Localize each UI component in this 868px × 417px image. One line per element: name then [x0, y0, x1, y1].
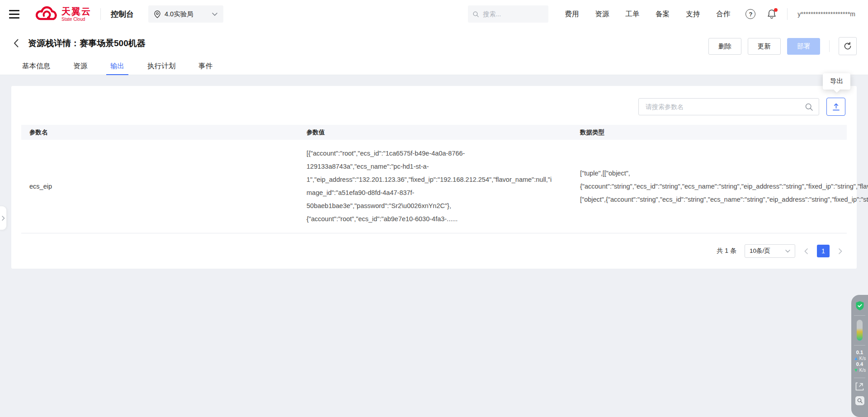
page-title: 资源栈详情：赛事场景500机器 — [28, 38, 146, 49]
upload-speed-unit: K/s — [859, 355, 866, 361]
refresh-button[interactable] — [839, 37, 857, 55]
upload-speed-value: 0.1 — [856, 350, 863, 355]
divider — [100, 8, 101, 20]
prev-page-button[interactable] — [801, 245, 811, 257]
nav-link-coop[interactable]: 合作 — [716, 9, 730, 19]
security-shield-icon[interactable] — [855, 301, 864, 311]
table-row: ecs_eip [{"account":"root","ecs_id":"1ca… — [21, 140, 847, 233]
tab-events[interactable]: 事件 — [194, 57, 217, 75]
chevron-down-icon — [785, 250, 790, 253]
brand-logo[interactable]: 天翼云 State Cloud — [36, 6, 91, 22]
console-label: 控制台 — [111, 9, 134, 19]
update-button[interactable]: 更新 — [748, 38, 781, 55]
col-header-param-name: 参数名 — [21, 128, 298, 137]
brand-subtitle: State Cloud — [61, 17, 91, 22]
arrow-up-icon: ▲ — [854, 355, 859, 361]
nav-link-tickets[interactable]: 工单 — [625, 9, 639, 19]
cell-param-value: [{"account":"root","ecs_id":"1ca6575f-b4… — [298, 147, 572, 226]
chevron-right-icon — [2, 216, 5, 221]
deploy-button[interactable]: 部署 — [787, 38, 820, 55]
divider — [787, 8, 788, 20]
col-header-param-value: 参数值 — [298, 128, 572, 137]
brand-name: 天翼云 — [61, 7, 91, 16]
chevron-down-icon — [212, 13, 217, 16]
notification-bell-icon[interactable] — [767, 9, 776, 19]
usage-gauge — [857, 320, 863, 341]
arrow-down-icon: ▼ — [854, 367, 859, 373]
nav-links: 费用 资源 工单 备案 支持 合作 — [565, 9, 730, 19]
download-speed-value: 0.4 — [856, 361, 863, 367]
cloud-logo-icon — [36, 6, 57, 22]
divider — [854, 315, 865, 316]
delete-button[interactable]: 删除 — [708, 38, 741, 55]
refresh-icon — [844, 42, 852, 50]
username[interactable]: y********************m — [797, 10, 855, 18]
upload-icon — [832, 103, 840, 111]
region-selector[interactable]: 4.0实验局 — [148, 5, 223, 23]
page-size-value: 10条/页 — [750, 247, 770, 255]
system-monitor-widget[interactable]: 0.1 ▲ K/s 0.4 ▼ K/s — [851, 295, 868, 417]
param-search-input[interactable] — [645, 103, 805, 111]
nav-link-filing[interactable]: 备案 — [656, 9, 670, 19]
tab-basic-info[interactable]: 基本信息 — [18, 57, 54, 75]
col-header-data-type: 数据类型 — [572, 128, 847, 137]
output-panel: 参数名 参数值 数据类型 ecs_eip [{"account":"root",… — [11, 86, 857, 269]
nav-link-support[interactable]: 支持 — [686, 9, 700, 19]
tab-resources[interactable]: 资源 — [69, 57, 91, 75]
divider — [854, 378, 865, 378]
chevron-right-icon — [839, 248, 842, 254]
export-button[interactable] — [826, 98, 845, 116]
magnifier-tool-icon[interactable] — [855, 396, 864, 405]
download-speed-unit: K/s — [859, 367, 866, 373]
page-number-1[interactable]: 1 — [817, 245, 830, 257]
screenshot-crop-icon[interactable] — [855, 382, 864, 391]
panel-toolbar — [638, 98, 845, 116]
search-icon[interactable] — [805, 103, 813, 111]
back-chevron-icon[interactable] — [12, 37, 20, 49]
notification-badge — [774, 8, 778, 12]
outputs-table: 参数名 参数值 数据类型 ecs_eip [{"account":"root",… — [21, 125, 847, 233]
global-search[interactable] — [468, 5, 548, 23]
global-search-input[interactable] — [482, 10, 543, 18]
pagination: 共 1 条 10条/页 1 — [717, 244, 845, 258]
stack-actions: 删除 更新 部署 — [708, 37, 857, 55]
detail-tabs: 基本信息 资源 输出 执行计划 事件 — [18, 57, 231, 75]
total-count: 共 1 条 — [717, 247, 736, 255]
hamburger-menu-icon[interactable] — [9, 10, 19, 19]
divider — [829, 40, 830, 52]
param-search[interactable] — [638, 98, 819, 115]
sidebar-expander[interactable] — [0, 206, 7, 230]
table-header-row: 参数名 参数值 数据类型 — [21, 125, 847, 140]
help-icon[interactable]: ? — [745, 9, 755, 19]
cell-param-name: ecs_eip — [21, 180, 298, 193]
export-tooltip: 导出 — [823, 73, 850, 90]
tab-output[interactable]: 输出 — [106, 57, 128, 75]
page-header: 资源栈详情：赛事场景500机器 删除 更新 部署 基本信息 资源 输出 执行计划… — [0, 28, 868, 75]
page-size-select[interactable]: 10条/页 — [745, 244, 795, 258]
next-page-button[interactable] — [835, 245, 845, 257]
tab-exec-plan[interactable]: 执行计划 — [143, 57, 179, 75]
nav-link-billing[interactable]: 费用 — [565, 9, 579, 19]
nav-link-resources[interactable]: 资源 — [595, 9, 609, 19]
chevron-left-icon — [804, 248, 808, 254]
location-pin-icon — [154, 10, 160, 18]
divider — [854, 345, 865, 346]
region-label: 4.0实验局 — [165, 10, 208, 19]
top-navbar: 天翼云 State Cloud 控制台 4.0实验局 费用 资源 工单 备案 支… — [0, 0, 868, 28]
cell-data-type: ["tuple",[["object",{"account":"string",… — [572, 167, 868, 206]
search-icon — [473, 11, 479, 18]
